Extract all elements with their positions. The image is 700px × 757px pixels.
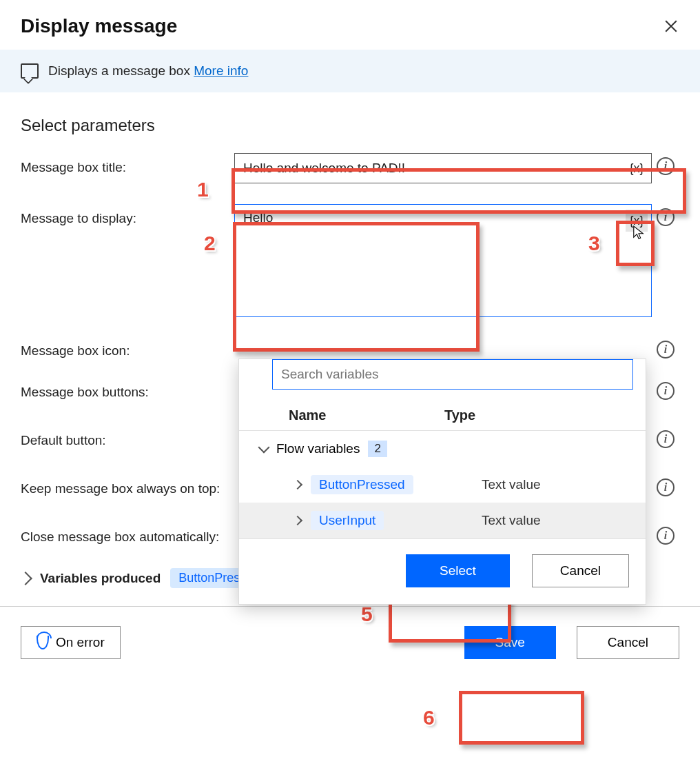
- info-icon[interactable]: i: [657, 430, 675, 448]
- info-icon[interactable]: i: [657, 341, 675, 359]
- more-info-link[interactable]: More info: [194, 63, 248, 78]
- label-auto-close: Close message box automatically:: [21, 523, 248, 545]
- insert-variable-button[interactable]: {x}: [626, 157, 648, 179]
- message-box-title-input[interactable]: [234, 153, 652, 183]
- label-message-box-icon: Message box icon:: [21, 336, 234, 359]
- on-error-label: On error: [56, 635, 105, 650]
- variable-picker-popover: Name Type Flow variables 2 ButtonPressed…: [238, 359, 646, 605]
- description-bar: Displays a message box More info: [0, 50, 700, 92]
- variable-name: UserInput: [311, 511, 384, 530]
- variable-type: Text value: [482, 513, 541, 528]
- variables-produced-label: Variables produced: [40, 571, 161, 586]
- chevron-right-icon[interactable]: [19, 572, 32, 585]
- variable-item-buttonpressed[interactable]: ButtonPressed Text value: [239, 467, 646, 503]
- info-icon[interactable]: i: [657, 208, 675, 226]
- variable-item-userinput[interactable]: UserInput Text value: [239, 503, 646, 538]
- save-button[interactable]: Save: [464, 626, 556, 659]
- close-icon[interactable]: [663, 18, 679, 34]
- label-message-to-display: Message to display:: [21, 204, 234, 226]
- message-to-display-input[interactable]: Hello: [234, 204, 652, 317]
- label-always-on-top: Keep message box always on top:: [21, 474, 248, 496]
- variable-group-row[interactable]: Flow variables 2: [239, 431, 646, 467]
- chevron-right-icon: [293, 480, 302, 489]
- cancel-button[interactable]: Cancel: [577, 626, 679, 659]
- chevron-right-icon: [293, 516, 302, 525]
- annotation-box: [459, 691, 584, 745]
- info-icon[interactable]: i: [657, 527, 675, 545]
- label-default-button: Default button:: [21, 426, 234, 448]
- cursor-icon: [632, 225, 645, 240]
- comment-icon: [21, 63, 39, 79]
- search-variables-input[interactable]: [272, 359, 633, 390]
- info-icon[interactable]: i: [657, 157, 675, 175]
- group-count-badge: 2: [368, 441, 387, 457]
- popover-cancel-button[interactable]: Cancel: [532, 554, 629, 587]
- variable-name: ButtonPressed: [311, 475, 413, 494]
- section-title: Select parameters: [0, 92, 700, 148]
- column-name-header: Name: [251, 407, 444, 423]
- column-type-header: Type: [444, 407, 475, 423]
- info-icon[interactable]: i: [657, 478, 675, 496]
- description-text: Displays a message box: [48, 63, 190, 78]
- label-message-box-buttons: Message box buttons:: [21, 378, 234, 400]
- select-button[interactable]: Select: [406, 554, 510, 587]
- on-error-button[interactable]: On error: [21, 626, 121, 659]
- info-icon[interactable]: i: [657, 382, 675, 400]
- shield-icon: [37, 636, 49, 649]
- dialog-title: Display message: [21, 15, 177, 37]
- chevron-down-icon: [258, 442, 270, 454]
- annotation-number: 6: [423, 706, 435, 729]
- group-label: Flow variables: [276, 441, 360, 456]
- variable-type: Text value: [482, 477, 541, 492]
- label-message-box-title: Message box title:: [21, 153, 234, 175]
